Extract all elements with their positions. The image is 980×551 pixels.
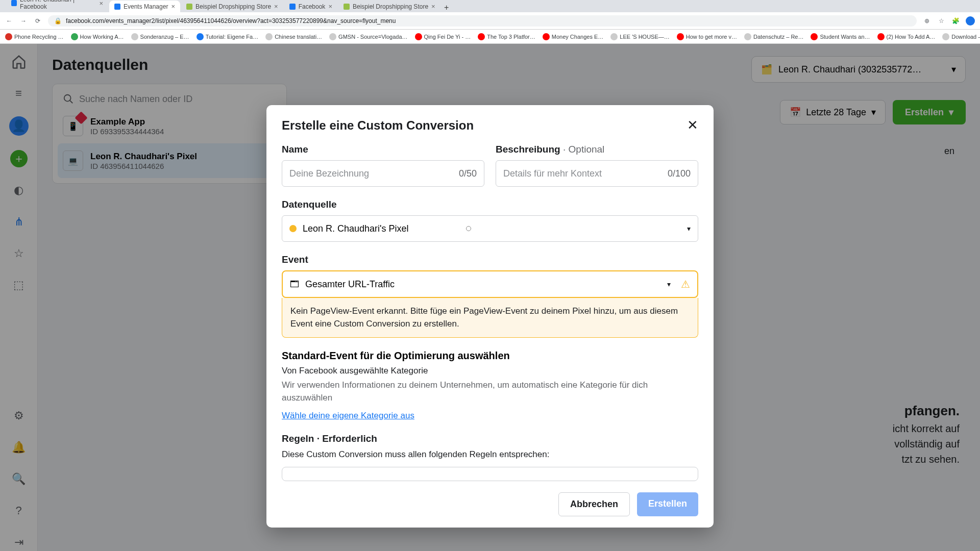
- bookmark[interactable]: LEE 'S HOUSE—…: [610, 33, 669, 40]
- name-input[interactable]: Deine Bezeichnung 0/50: [282, 160, 484, 187]
- std-event-desc: Wir verwenden Informationen zu deinem Un…: [282, 379, 698, 404]
- warning-icon: ⚠: [681, 278, 690, 290]
- bookmark[interactable]: Datenschutz – Re…: [744, 33, 803, 40]
- name-label: Name: [282, 144, 484, 155]
- bookmark[interactable]: Money Changes E…: [543, 33, 604, 40]
- browser-tab-active[interactable]: Events Manager×: [109, 1, 180, 12]
- modal-title: Erstelle eine Custom Conversion: [282, 118, 698, 133]
- event-label: Event: [282, 254, 698, 265]
- cancel-button[interactable]: Abbrechen: [558, 492, 630, 516]
- bookmark[interactable]: Download – Cooki…: [942, 33, 980, 40]
- bookmark[interactable]: Qing Fei De Yi - …: [415, 33, 471, 40]
- close-icon[interactable]: ×: [171, 3, 175, 10]
- rules-desc: Diese Custom Conversion muss allen folge…: [282, 449, 698, 460]
- star-icon[interactable]: ☆: [937, 17, 945, 24]
- name-counter: 0/50: [459, 168, 477, 179]
- browser-tab[interactable]: Beispiel Dropshipping Store×: [338, 1, 440, 12]
- new-tab-button[interactable]: +: [442, 3, 452, 12]
- event-warning: Kein PageView-Event erkannt. Bitte füge …: [282, 298, 698, 338]
- zoom-icon[interactable]: ⊕: [923, 17, 931, 24]
- close-icon[interactable]: ✕: [684, 116, 701, 134]
- bookmark[interactable]: GMSN - Source=Vlogada…: [329, 33, 407, 40]
- bookmark[interactable]: How Working A…: [71, 33, 124, 40]
- app-root: ≡ 👤 ＋ ◐ ⋔ ☆ ⬚ ⚙ 🔔 🔍 ? ⇥ Datenquellen 🗂️ …: [0, 44, 980, 551]
- lock-icon: 🔒: [54, 17, 62, 24]
- profile-icon[interactable]: [966, 16, 975, 26]
- event-dropdown-wrapper: 🗔 Gesamter URL-Traffic ▾ ⚠: [282, 270, 698, 298]
- url-traffic-icon: 🗔: [290, 279, 299, 290]
- bookmarks-bar: Phone Recycling … How Working A… Sondera…: [0, 30, 980, 44]
- status-dot-icon: [289, 225, 297, 232]
- event-dropdown[interactable]: 🗔 Gesamter URL-Traffic ▾ ⚠: [283, 271, 697, 297]
- nav-forward-icon[interactable]: →: [19, 17, 28, 24]
- close-icon[interactable]: ×: [328, 3, 332, 10]
- cursor-icon: [466, 226, 471, 231]
- bookmark[interactable]: Student Wants an…: [811, 33, 870, 40]
- bookmark[interactable]: Phone Recycling …: [5, 33, 64, 40]
- bookmark[interactable]: The Top 3 Platfor…: [478, 33, 535, 40]
- source-dropdown[interactable]: Leon R. Chaudhari's Pixel ▾: [282, 215, 698, 242]
- bookmark[interactable]: How to get more v…: [677, 33, 737, 40]
- chevron-down-icon: ▾: [667, 280, 671, 288]
- bookmark[interactable]: (2) How To Add A…: [877, 33, 936, 40]
- browser-tab[interactable]: Leon R. Chaudhari | Facebook×: [6, 0, 108, 12]
- description-counter: 0/100: [668, 168, 691, 179]
- browser-toolbar: ← → ⟳ 🔒facebook.com/events_manager2/list…: [0, 12, 980, 30]
- bookmark[interactable]: Sonderanzug – E…: [131, 33, 189, 40]
- source-label: Datenquelle: [282, 199, 698, 210]
- browser-tabstrip: Leon R. Chaudhari | Facebook× Events Man…: [0, 0, 980, 12]
- nav-reload-icon[interactable]: ⟳: [34, 17, 42, 24]
- browser-tab[interactable]: Beispiel Dropshipping Store×: [181, 1, 283, 12]
- choose-category-link[interactable]: Wähle deine eigene Kategorie aus: [282, 411, 414, 421]
- chevron-down-icon: ▾: [687, 224, 691, 233]
- std-event-sub: Von Facebook ausgewählte Kategorie: [282, 366, 698, 376]
- bookmark[interactable]: Tutorial: Eigene Fa…: [197, 33, 259, 40]
- submit-button[interactable]: Erstellen: [637, 492, 698, 516]
- nav-back-icon[interactable]: ←: [5, 17, 13, 24]
- bookmark[interactable]: Chinese translati…: [265, 33, 322, 40]
- description-input[interactable]: Details für mehr Kontext 0/100: [496, 160, 698, 187]
- close-icon[interactable]: ×: [274, 3, 278, 10]
- url-bar[interactable]: 🔒facebook.com/events_manager2/list/pixel…: [48, 15, 917, 27]
- rules-container[interactable]: [282, 467, 698, 481]
- description-label: Beschreibung · Optional: [496, 144, 698, 155]
- custom-conversion-modal: Erstelle eine Custom Conversion ✕ Name D…: [266, 105, 714, 528]
- rules-label: Regeln · Erforderlich: [282, 433, 698, 444]
- std-event-heading: Standard-Event für die Optimierung auswä…: [282, 350, 698, 362]
- extensions-icon[interactable]: 🧩: [951, 17, 960, 24]
- close-icon[interactable]: ×: [431, 3, 435, 10]
- browser-tab[interactable]: Facebook×: [284, 1, 337, 12]
- close-icon[interactable]: ×: [99, 0, 103, 7]
